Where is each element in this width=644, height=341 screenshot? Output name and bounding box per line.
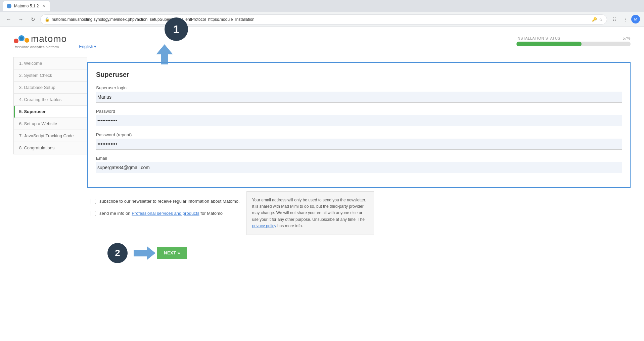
svg-point-2 (25, 38, 29, 43)
login-label: Superuser login (96, 85, 622, 90)
chevron-down-icon: ▾ (94, 44, 96, 49)
url-text: matomo.mariushosting.synology.me/index.p… (52, 17, 590, 22)
installation-status: INSTALLATION STATUS 57% (516, 36, 631, 46)
main-layout: 1. Welcome 2. System Check 3. Database S… (13, 57, 631, 263)
superuser-title: Superuser (96, 71, 622, 79)
progress-bar-fill (516, 42, 582, 46)
annotation-circle-1: 1 (165, 17, 188, 41)
address-bar[interactable]: 🔒 matomo.mariushosting.synology.me/index… (40, 14, 607, 25)
annotation-1-area: 1 (154, 17, 188, 68)
extensions-button[interactable]: ⠿ (610, 15, 619, 24)
profile-avatar[interactable]: M (631, 15, 640, 23)
installation-status-label: INSTALLATION STATUS (516, 36, 560, 40)
newsletter-row: subscribe to our newsletter to receive r… (91, 198, 240, 205)
tab-favicon (7, 4, 11, 8)
superuser-panel: Superuser Superuser login Password Passw… (87, 62, 631, 188)
more-button[interactable]: ⋮ (620, 15, 630, 24)
password-input[interactable] (96, 115, 622, 126)
logo-text: matomo (31, 34, 67, 44)
refresh-button[interactable]: ↻ (28, 15, 38, 24)
email-label: Email (96, 156, 622, 161)
progress-bar-container (516, 42, 631, 46)
bottom-row: subscribe to our newsletter to receive r… (87, 191, 631, 235)
login-input[interactable] (96, 92, 622, 103)
sidebar: 1. Welcome 2. System Check 3. Database S… (13, 57, 87, 154)
page-header: matomo free/libre analytics platform Eng… (13, 34, 631, 49)
sidebar-item-tracking-code[interactable]: 7. JavaScript Tracking Code (14, 130, 87, 142)
sidebar-item-congratulations[interactable]: 8. Congratulations (14, 142, 87, 154)
annotation-circle-2: 2 (107, 243, 128, 263)
svg-marker-5 (134, 246, 155, 260)
language-label: English (79, 44, 93, 49)
password-icon: 🔑 (592, 17, 597, 22)
tab-title: Matomo 5.1.2 (14, 4, 39, 8)
password-label: Password (96, 109, 622, 114)
newsletter-label: subscribe to our newsletter to receive r… (99, 198, 240, 205)
professional-link[interactable]: Professional services and products (132, 211, 199, 216)
language-selector[interactable]: English ▾ (79, 44, 96, 49)
forward-button[interactable]: → (16, 15, 26, 24)
bookmark-icon[interactable]: ☆ (599, 17, 603, 22)
password-repeat-label: Password (repeat) (96, 132, 622, 137)
login-group: Superuser login (96, 85, 622, 103)
arrow-right-icon (130, 245, 157, 261)
sidebar-item-database-setup[interactable]: 3. Database Setup (14, 82, 87, 94)
tab-close-button[interactable]: ✕ (41, 4, 46, 8)
svg-point-3 (20, 37, 23, 40)
browser-nav: ← → ↻ 🔒 matomo.mariushosting.synology.me… (0, 12, 644, 27)
page-content: matomo free/libre analytics platform Eng… (0, 27, 644, 341)
newsletter-checkbox[interactable] (91, 199, 96, 204)
checkbox-section: subscribe to our newsletter to receive r… (87, 198, 240, 222)
svg-point-0 (14, 39, 18, 43)
sidebar-item-system-check[interactable]: 2. System Check (14, 69, 87, 82)
sidebar-item-set-up-website[interactable]: 6. Set up a Website (14, 118, 87, 130)
next-button-row: 2 NEXT » (107, 243, 631, 263)
logo-area: matomo free/libre analytics platform (13, 34, 67, 49)
sidebar-item-creating-tables[interactable]: 4. Creating the Tables (14, 94, 87, 106)
professional-label: send me info on Professional services an… (99, 210, 223, 217)
nav-icons: ⠿ ⋮ M (610, 15, 640, 24)
email-input[interactable] (96, 162, 622, 173)
matomo-logo-icon (13, 34, 30, 44)
password-repeat-input[interactable] (96, 139, 622, 150)
sidebar-item-superuser[interactable]: 5. Superuser (14, 106, 87, 118)
password-group: Password (96, 109, 622, 126)
info-box: Your email address will only be used to … (246, 191, 374, 235)
sidebar-item-welcome[interactable]: 1. Welcome (14, 57, 87, 69)
next-button[interactable]: NEXT » (157, 247, 187, 259)
email-group: Email (96, 156, 622, 173)
back-button[interactable]: ← (4, 15, 13, 24)
privacy-policy-link[interactable]: privacy policy (252, 224, 276, 228)
browser-chrome: Matomo 5.1.2 ✕ (0, 0, 644, 12)
logo: matomo (13, 34, 67, 44)
arrow-down-icon (151, 41, 178, 68)
content-area: 1 Superuser Superuser login Password (87, 57, 631, 263)
logo-tagline: free/libre analytics platform (15, 45, 67, 49)
professional-checkbox[interactable] (91, 211, 96, 216)
installation-status-percent: 57% (623, 36, 631, 40)
browser-tab[interactable]: Matomo 5.1.2 ✕ (3, 1, 50, 11)
password-repeat-group: Password (repeat) (96, 132, 622, 150)
svg-marker-4 (156, 44, 173, 64)
professional-row: send me info on Professional services an… (91, 210, 240, 217)
